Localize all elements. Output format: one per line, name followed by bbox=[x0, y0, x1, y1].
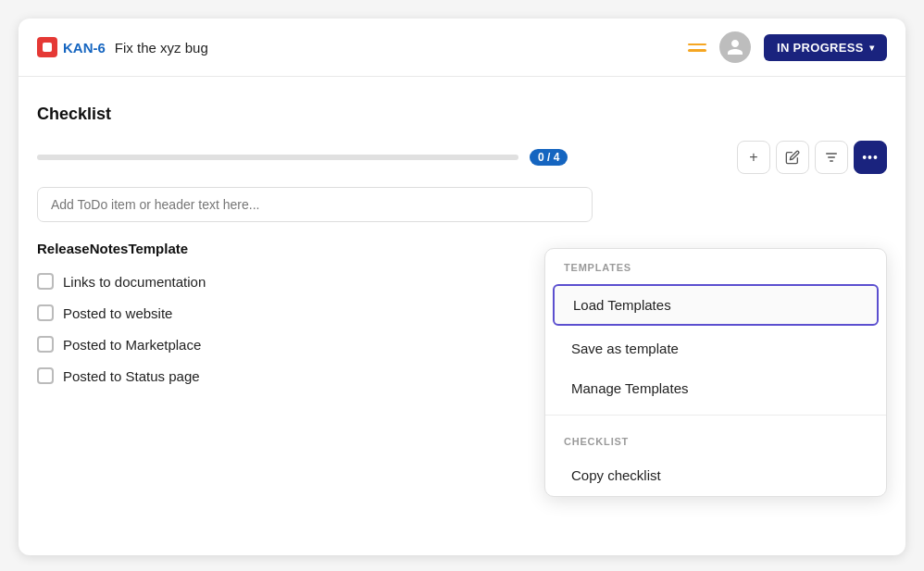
checkbox-4[interactable] bbox=[37, 367, 54, 384]
header-left: KAN-6 Fix the xyz bug bbox=[37, 37, 208, 57]
checklist-label-1: Links to documentation bbox=[63, 274, 206, 290]
issue-icon bbox=[37, 37, 57, 57]
checklist-section-header: CHECKLIST bbox=[545, 423, 886, 454]
checkbox-3[interactable] bbox=[37, 336, 54, 353]
more-button[interactable]: ••• bbox=[854, 141, 887, 174]
save-as-template-item[interactable]: Save as template bbox=[553, 329, 879, 367]
avatar[interactable] bbox=[719, 31, 751, 63]
menu-icon[interactable] bbox=[688, 43, 706, 52]
checkbox-2[interactable] bbox=[37, 304, 54, 321]
dropdown-menu: TEMPLATES Load Templates Save as templat… bbox=[544, 248, 887, 497]
header-bar: KAN-6 Fix the xyz bug IN PROGRESS ▾ bbox=[19, 19, 905, 77]
content-area: Checklist 0 / 4 + bbox=[19, 77, 905, 410]
manage-templates-label: Manage Templates bbox=[571, 380, 688, 396]
pencil-icon bbox=[785, 150, 800, 165]
add-item-input[interactable] bbox=[37, 187, 593, 222]
checklist-label-4: Posted to Status page bbox=[63, 368, 200, 384]
manage-templates-item[interactable]: Manage Templates bbox=[553, 369, 879, 407]
status-label: IN PROGRESS bbox=[777, 41, 864, 55]
checklist-label-3: Posted to Marketplace bbox=[63, 337, 201, 353]
filter-button[interactable] bbox=[815, 141, 848, 174]
status-badge[interactable]: IN PROGRESS ▾ bbox=[764, 34, 887, 61]
progress-badge: 0 / 4 bbox=[530, 149, 568, 166]
main-container: KAN-6 Fix the xyz bug IN PROGRESS ▾ Chec… bbox=[19, 19, 905, 555]
header-right: IN PROGRESS ▾ bbox=[688, 31, 887, 63]
checkbox-1[interactable] bbox=[37, 273, 54, 290]
copy-checklist-item[interactable]: Copy checklist bbox=[553, 456, 879, 494]
copy-checklist-label: Copy checklist bbox=[571, 467, 661, 483]
load-templates-label: Load Templates bbox=[573, 297, 671, 313]
filter-icon bbox=[824, 150, 839, 165]
add-button[interactable]: + bbox=[737, 141, 770, 174]
ellipsis-icon: ••• bbox=[862, 150, 879, 165]
dropdown-divider bbox=[545, 415, 886, 416]
issue-id-badge: KAN-6 bbox=[37, 37, 106, 57]
chevron-down-icon: ▾ bbox=[869, 43, 874, 53]
toolbar-icons: + ••• bbox=[737, 141, 887, 174]
progress-bar-track bbox=[37, 155, 518, 160]
templates-section-header: TEMPLATES bbox=[545, 249, 886, 280]
checklist-label-2: Posted to website bbox=[63, 305, 172, 321]
progress-row: 0 / 4 + ••• bbox=[37, 141, 887, 174]
issue-id[interactable]: KAN-6 bbox=[63, 40, 106, 56]
save-as-template-label: Save as template bbox=[571, 341, 679, 356]
user-icon bbox=[726, 38, 744, 56]
issue-title: Fix the xyz bug bbox=[115, 40, 208, 56]
section-title: Checklist bbox=[37, 105, 887, 124]
edit-button[interactable] bbox=[776, 141, 809, 174]
load-templates-item[interactable]: Load Templates bbox=[553, 284, 879, 326]
